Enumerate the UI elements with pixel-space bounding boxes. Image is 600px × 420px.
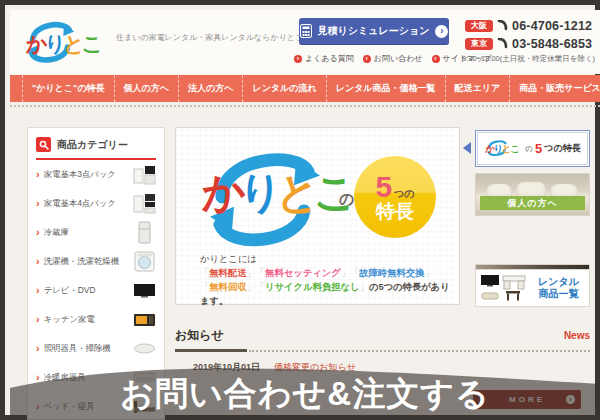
chevron-right-icon: › [36,285,40,296]
nav-item-rental-flow[interactable]: レンタルの流れ [242,75,325,102]
main-navigation: "かりとこ"の特長 個人の方へ 法人の方へ レンタルの流れ レンタル商品・価格一… [10,75,600,102]
nav-item-sales-service[interactable]: 商品・販売サービス [509,75,600,102]
banner-five: 5 [535,141,542,156]
karitoko-logo[interactable]: かりとこ [20,16,115,68]
mini-karitoko-logo: かりとこ [484,141,524,157]
category-label: 洗濯機・洗濯乾燥機 [44,256,133,267]
nav-item-features[interactable]: "かりとこ"の特長 [22,75,114,102]
appliance-set-4-icon [133,192,156,215]
estimate-simulation-button[interactable]: 見積りシミュレーション › [299,18,449,44]
region-badge-tokyo: 東京 [465,38,493,51]
contact-link-label: お問い合わせ [374,53,423,64]
category-tv-dvd[interactable]: › テレビ・DVD [36,276,156,305]
rental-banner-label: レンタル 商品一覧 [532,276,585,300]
category-appliance-set-4[interactable]: › 家電基本4点パック [36,189,156,218]
five-features-badge: 5 つの 特長 [354,156,436,238]
arrow-bullet-icon: › [363,55,371,63]
contact-link[interactable]: › お問い合わせ [363,53,423,64]
feature-free-setting: 無料セッティング [265,268,341,278]
calculator-icon [300,24,312,38]
badge-number: 5 [375,172,392,202]
logo-letter: と [276,168,313,216]
feature-free-delivery: 無料配送 [209,268,246,278]
chevron-right-icon: › [36,198,40,209]
category-appliance-set-3[interactable]: › 家電基本3点パック [36,160,156,189]
appliance-set-3-icon [133,163,156,186]
category-label: 照明器具・掃除機 [44,343,133,354]
sidebar-title: 商品カテゴリー [57,138,128,152]
ceiling-light-icon [133,337,156,360]
chevron-right-icon: › [36,169,40,180]
microwave-icon [133,308,156,331]
category-label: 冷蔵庫 [44,227,133,238]
phone-osaka: 大阪 06-4706-1212 [465,19,592,33]
arrow-bullet-icon: › [432,55,440,63]
page-frame: かりとこ 住まいの家電レンタル・家具レンタルならかりとこ 見積りシミュレーション… [0,0,600,420]
washer-icon [133,250,156,273]
personal-banner-label: 個人の方へ [480,196,585,210]
arrow-circle-icon: › [435,25,448,38]
hero-description: かりとこには 「無料配送」「無料セッティング」「故障時無料交換」 「無料回収」「… [200,252,459,308]
furniture-icons [480,273,528,303]
nav-divider [10,105,600,107]
rental-products-banner[interactable]: レンタル 商品一覧 [475,269,590,307]
logo-letter: か [485,143,493,154]
badge-tokucho: 特長 [376,202,414,223]
news-title: お知らせ [175,327,224,344]
region-badge-osaka: 大阪 [465,20,493,33]
hero-no-particle: の [339,190,354,209]
tv-icon [133,279,156,302]
category-label: キッチン家電 [44,314,133,325]
news-tag: News [564,330,590,341]
hero-feature-panel[interactable]: かりとこ の 5 つの 特長 かりとこには 「無料配送」「無料セッティング」「故… [175,127,460,305]
logo-letter: か [202,168,239,216]
phone-icon [497,20,508,32]
hero-feature-line-2: 「無料回収」「リサイクル料負担なし」の5つの特長があります。 [200,280,459,308]
nav-item-products-prices[interactable]: レンタル商品・価格一覧 [326,75,445,102]
phone-number-tokyo: 03-5848-6853 [512,37,592,51]
nav-item-personal[interactable]: 個人の方へ [114,75,178,102]
logo-letter: と [502,143,510,154]
faq-link[interactable]: › よくある質問 [294,53,354,64]
site-header: かりとこ 住まいの家電レンタル・家具レンタルならかりとこ 見積りシミュレーション… [10,10,600,74]
nav-item-delivery-area[interactable]: 配送エリア [445,75,510,102]
logo-letter: こ [510,143,518,154]
faq-link-label: よくある質問 [305,53,354,64]
logo-letter: か [26,32,45,55]
logo-letter: り [45,32,64,55]
category-label: 家電基本3点パック [44,169,133,180]
nav-item-corporate[interactable]: 法人の方へ [178,75,242,102]
sidebar-header: 商品カテゴリー [36,137,156,160]
phone-icon [497,38,508,50]
category-fridge[interactable]: › 冷蔵庫 [36,218,156,247]
banner-no-particle: の [525,144,533,154]
news-divider [175,349,590,352]
personal-banner[interactable]: 個人の方へ [475,173,590,216]
business-hours: 9:30~18:00(土日祝・特定休業日を除く) [462,54,595,64]
estimate-button-label: 見積りシミュレーション [318,24,430,38]
fridge-icon [133,221,156,244]
banner-rest: つの特長 [544,142,580,155]
search-icon [36,137,51,152]
feature-no-recycle-fee: リサイクル料負担なし [265,282,360,292]
logo-letter: こ [82,32,101,55]
category-kitchen-appliance[interactable]: › キッチン家電 [36,305,156,334]
badge-tsuno: つの [394,189,414,199]
banner-arrow-left[interactable] [463,142,471,154]
phone-tokyo: 東京 03-5848-6853 [465,37,592,51]
logo-letter: り [239,168,276,216]
feature-free-replacement: 故障時無料交換 [359,268,424,278]
category-label: テレビ・DVD [44,285,133,296]
five-features-banner[interactable]: かりとこ の 5 つの特長 [475,130,590,167]
chevron-right-icon: › [36,256,40,267]
feature-free-pickup: 無料回収 [209,282,246,292]
logo-letter: り [494,143,502,154]
chevron-right-icon: › [36,227,40,238]
hero-feature-line-1: 「無料配送」「無料セッティング」「故障時無料交換」 [200,266,459,280]
chevron-right-icon: › [36,314,40,325]
category-washer[interactable]: › 洗濯機・洗濯乾燥機 [36,247,156,276]
chevron-right-icon: › [36,343,40,354]
arrow-bullet-icon: › [294,55,302,63]
category-label: 家電基本4点パック [44,198,133,209]
phone-number-osaka: 06-4706-1212 [512,19,592,33]
